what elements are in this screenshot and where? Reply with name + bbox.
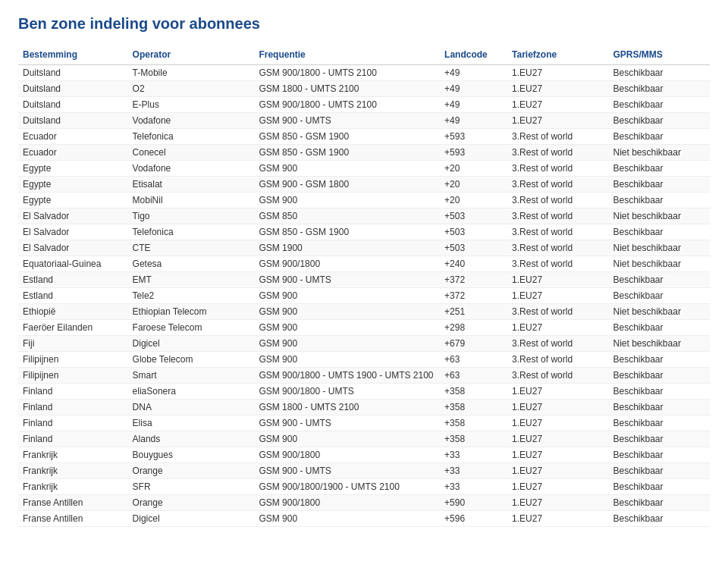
table-row: FilipijnenSmartGSM 900/1800 - UMTS 1900 … <box>18 368 710 384</box>
table-cell: Beschikbaar <box>609 288 711 304</box>
table-cell: Smart <box>128 368 255 384</box>
col-header-bestemming: Bestemming <box>18 46 128 65</box>
table-cell: 3.Rest of world <box>507 224 608 240</box>
table-cell: GSM 900 <box>254 193 440 208</box>
table-cell: GSM 850 <box>254 208 440 224</box>
table-cell: Beschikbaar <box>609 65 711 81</box>
table-cell: Egypte <box>18 161 128 177</box>
table-cell: +593 <box>440 129 507 145</box>
table-row: FinlandDNAGSM 1800 - UMTS 2100+3581.EU27… <box>18 400 710 415</box>
table-cell: +251 <box>440 304 507 320</box>
table-row: FinlandAlandsGSM 900+3581.EU27Beschikbaa… <box>18 431 710 447</box>
table-row: EcuadorConecelGSM 850 - GSM 1900+5933.Re… <box>18 145 710 161</box>
table-cell: Niet beschikbaar <box>609 145 711 161</box>
table-cell: Beschikbaar <box>609 447 711 463</box>
table-row: Franse AntillenOrangeGSM 900/1800+5901.E… <box>18 495 710 511</box>
table-cell: GSM 900 <box>254 511 440 527</box>
table-row: El SalvadorTelefonicaGSM 850 - GSM 1900+… <box>18 224 710 240</box>
table-cell: Ethiopian Telecom <box>128 304 255 320</box>
table-cell: Beschikbaar <box>609 368 711 384</box>
table-cell: Tele2 <box>128 288 255 304</box>
table-row: Equatoriaal-GuineaGetesaGSM 900/1800+240… <box>18 256 710 272</box>
table-cell: +358 <box>440 400 507 415</box>
table-cell: 3.Rest of world <box>507 208 608 224</box>
table-cell: +503 <box>440 224 507 240</box>
table-cell: Beschikbaar <box>609 511 711 527</box>
table-cell: Alands <box>128 431 255 447</box>
table-cell: 1.EU27 <box>507 463 608 479</box>
table-cell: 3.Rest of world <box>507 256 608 272</box>
table-cell: GSM 850 - GSM 1900 <box>254 145 440 161</box>
table-cell: Duitsland <box>18 113 128 129</box>
table-row: DuitslandO2GSM 1800 - UMTS 2100+491.EU27… <box>18 81 710 97</box>
table-cell: +63 <box>440 352 507 368</box>
table-cell: GSM 900 <box>254 320 440 336</box>
table-row: EgypteEtisalatGSM 900 - GSM 1800+203.Res… <box>18 177 710 193</box>
table-row: EgypteVodafoneGSM 900+203.Rest of worldB… <box>18 161 710 177</box>
table-cell: GSM 900 <box>254 336 440 352</box>
table-cell: Beschikbaar <box>609 81 711 97</box>
table-cell: 3.Rest of world <box>507 129 608 145</box>
table-cell: GSM 900/1800 <box>254 447 440 463</box>
table-cell: 1.EU27 <box>507 495 608 511</box>
col-header-tariefzone: Tariefzone <box>507 46 608 65</box>
table-row: DuitslandT-MobileGSM 900/1800 - UMTS 210… <box>18 65 710 81</box>
table-row: El SalvadorTigoGSM 850+5033.Rest of worl… <box>18 208 710 224</box>
table-cell: 3.Rest of world <box>507 145 608 161</box>
table-cell: Orange <box>128 463 255 479</box>
table-cell: Elisa <box>128 415 255 431</box>
table-cell: Beschikbaar <box>609 495 711 511</box>
table-row: EcuadorTelefonicaGSM 850 - GSM 1900+5933… <box>18 129 710 145</box>
table-cell: El Salvador <box>18 208 128 224</box>
table-cell: +372 <box>440 288 507 304</box>
table-row: FinlandeliaSoneraGSM 900/1800 - UMTS+358… <box>18 384 710 400</box>
col-header-gprs: GPRS/MMS <box>609 46 711 65</box>
table-cell: Duitsland <box>18 81 128 97</box>
table-cell: EMT <box>128 272 255 288</box>
table-cell: Fiji <box>18 336 128 352</box>
table-cell: GSM 900/1800 <box>254 495 440 511</box>
table-cell: +49 <box>440 113 507 129</box>
table-row: EthiopiëEthiopian TelecomGSM 900+2513.Re… <box>18 304 710 320</box>
table-cell: GSM 900 - UMTS <box>254 113 440 129</box>
zone-table: Bestemming Operator Frequentie Landcode … <box>18 46 710 527</box>
table-cell: 3.Rest of world <box>507 368 608 384</box>
table-body: DuitslandT-MobileGSM 900/1800 - UMTS 210… <box>18 65 710 527</box>
table-cell: Orange <box>128 495 255 511</box>
table-cell: Digicel <box>128 336 255 352</box>
table-cell: Frankrijk <box>18 463 128 479</box>
table-cell: +596 <box>440 511 507 527</box>
table-cell: Estland <box>18 272 128 288</box>
table-cell: DNA <box>128 400 255 415</box>
table-cell: +20 <box>440 193 507 208</box>
table-cell: Niet beschikbaar <box>609 240 711 256</box>
table-cell: GSM 900/1800 - UMTS 2100 <box>254 97 440 113</box>
table-row: EgypteMobiNilGSM 900+203.Rest of worldBe… <box>18 193 710 208</box>
table-cell: +358 <box>440 415 507 431</box>
table-cell: GSM 900 - UMTS <box>254 415 440 431</box>
table-cell: Finland <box>18 400 128 415</box>
table-cell: 3.Rest of world <box>507 161 608 177</box>
table-cell: GSM 850 - GSM 1900 <box>254 129 440 145</box>
table-cell: GSM 850 - GSM 1900 <box>254 224 440 240</box>
table-cell: GSM 900 <box>254 161 440 177</box>
table-cell: Ecuador <box>18 145 128 161</box>
table-cell: Estland <box>18 288 128 304</box>
table-cell: 1.EU27 <box>507 113 608 129</box>
table-cell: Beschikbaar <box>609 415 711 431</box>
table-cell: Etisalat <box>128 177 255 193</box>
table-cell: GSM 900/1800 - UMTS <box>254 384 440 400</box>
table-row: El SalvadorCTEGSM 1900+5033.Rest of worl… <box>18 240 710 256</box>
table-cell: Beschikbaar <box>609 177 711 193</box>
table-cell: 3.Rest of world <box>507 336 608 352</box>
table-cell: MobiNil <box>128 193 255 208</box>
table-cell: Frankrijk <box>18 479 128 495</box>
table-row: DuitslandE-PlusGSM 900/1800 - UMTS 2100+… <box>18 97 710 113</box>
table-cell: Vodafone <box>128 113 255 129</box>
table-cell: 1.EU27 <box>507 320 608 336</box>
table-cell: 1.EU27 <box>507 400 608 415</box>
table-cell: Faeröer Eilanden <box>18 320 128 336</box>
table-cell: GSM 900 <box>254 352 440 368</box>
table-cell: Frankrijk <box>18 447 128 463</box>
table-cell: GSM 900 <box>254 304 440 320</box>
